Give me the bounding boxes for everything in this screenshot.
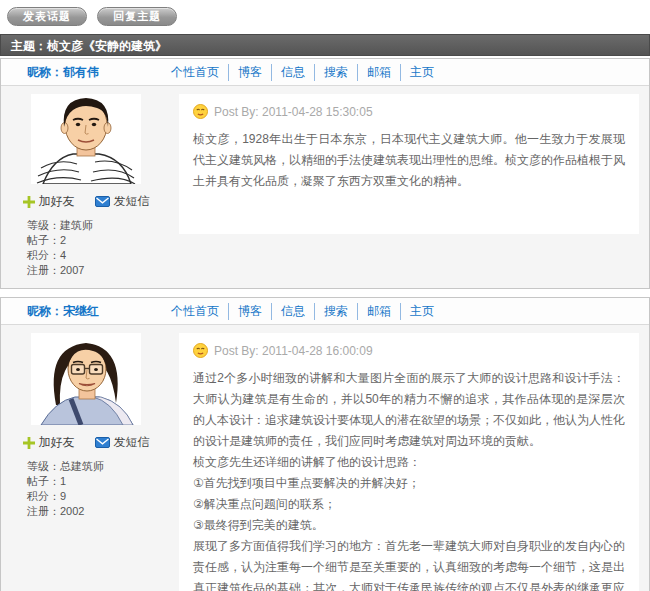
post-paragraph: 桢文彦先生还详细的讲解了他的设计思路： (193, 452, 625, 473)
post-time: Post By: 2011-04-28 16:00:09 (214, 344, 373, 358)
nav-link[interactable]: 搜索 (314, 303, 348, 320)
nickname: 昵称：宋继红 (1, 303, 171, 320)
reply-topic-button[interactable]: 回复主题 (97, 7, 177, 26)
post-paragraph: 桢文彦，1928年出生于日本东京，日本现代主义建筑大师。他一生致力于发展现代主义… (193, 129, 625, 192)
post-content-area: Post By: 2011-04-28 16:00:09 通过2个多小时细致的讲… (171, 325, 649, 591)
nav-link[interactable]: 个性首页 (171, 303, 219, 320)
send-message-link[interactable]: 发短信 (95, 434, 150, 451)
post-content-box: Post By: 2011-04-28 16:00:09 通过2个多小时细致的讲… (179, 333, 639, 591)
post-paragraph: ①首先找到项目中重点要解决的并解决好； (193, 473, 625, 494)
user-stats: 等级：建筑师帖子：2积分：4注册：2007 (1, 218, 171, 278)
post-content-box: Post By: 2011-04-28 15:30:05 桢文彦，1928年出生… (179, 94, 639, 234)
nav-link[interactable]: 主页 (400, 64, 434, 81)
post-meta: Post By: 2011-04-28 16:00:09 (193, 343, 625, 358)
stat-line: 注册：2002 (27, 504, 171, 519)
add-friend-link[interactable]: 加好友 (23, 434, 75, 451)
user-stats: 等级：总建筑师帖子：1积分：9注册：2002 (1, 459, 171, 519)
user-nav: 个性首页博客信息搜索邮箱主页 (171, 64, 434, 81)
avatar-woman-illustration (31, 333, 141, 425)
stat-line: 帖子：1 (27, 474, 171, 489)
post-header: 昵称：宋继红 个性首页博客信息搜索邮箱主页 (1, 298, 649, 325)
post-paragraph: 通过2个多小时细致的讲解和大量图片全面的展示了大师的设计思路和设计手法：大师认为… (193, 368, 625, 452)
send-message-link[interactable]: 发短信 (95, 193, 150, 210)
stat-line: 注册：2007 (27, 263, 171, 278)
nav-link[interactable]: 博客 (228, 64, 262, 81)
topic-title-bar: 主题：桢文彦《安静的建筑》 (0, 34, 650, 56)
stat-line: 等级：建筑师 (27, 218, 171, 233)
add-friend-label: 加好友 (39, 193, 75, 210)
stat-line: 帖子：2 (27, 233, 171, 248)
plus-icon (23, 196, 35, 208)
post-block-2: 昵称：宋继红 个性首页博客信息搜索邮箱主页 (0, 297, 650, 591)
user-nav: 个性首页博客信息搜索邮箱主页 (171, 303, 434, 320)
nav-link[interactable]: 邮箱 (357, 64, 391, 81)
nav-link[interactable]: 主页 (400, 303, 434, 320)
post-topic-button[interactable]: 发表话题 (7, 7, 87, 26)
post-text: 通过2个多小时细致的讲解和大量图片全面的展示了大师的设计思路和设计手法：大师认为… (193, 368, 625, 591)
user-panel: 加好友 发短信 等级：建筑师帖子：2积分：4注册：2007 (1, 86, 171, 288)
add-friend-label: 加好友 (39, 434, 75, 451)
post-meta: Post By: 2011-04-28 15:30:05 (193, 104, 625, 119)
send-message-label: 发短信 (114, 434, 150, 451)
mail-icon (95, 196, 110, 207)
mail-icon (95, 437, 110, 448)
post-body: 加好友 发短信 等级：总建筑师帖子：1积分：9注册：2002 Post By: … (1, 325, 649, 591)
post-time: Post By: 2011-04-28 15:30:05 (214, 105, 373, 119)
nickname: 昵称：郁有伟 (1, 64, 171, 81)
post-body: 加好友 发短信 等级：建筑师帖子：2积分：4注册：2007 Post By: 2… (1, 86, 649, 288)
user-actions: 加好友 发短信 (1, 193, 171, 210)
send-message-label: 发短信 (114, 193, 150, 210)
smiley-icon (193, 343, 208, 358)
nav-link[interactable]: 邮箱 (357, 303, 391, 320)
user-actions: 加好友 发短信 (1, 434, 171, 451)
add-friend-link[interactable]: 加好友 (23, 193, 75, 210)
post-paragraph: ③最终得到完美的建筑。 (193, 515, 625, 536)
avatar-man-illustration (31, 94, 141, 184)
post-content-area: Post By: 2011-04-28 15:30:05 桢文彦，1928年出生… (171, 86, 649, 244)
post-block-1: 昵称：郁有伟 个性首页博客信息搜索邮箱主页 (0, 58, 650, 289)
nav-link[interactable]: 博客 (228, 303, 262, 320)
stat-line: 积分：9 (27, 489, 171, 504)
smiley-icon (193, 104, 208, 119)
plus-icon (23, 437, 35, 449)
stat-line: 等级：总建筑师 (27, 459, 171, 474)
post-paragraph: ②解决重点问题间的联系； (193, 494, 625, 515)
post-text: 桢文彦，1928年出生于日本东京，日本现代主义建筑大师。他一生致力于发展现代主义… (193, 129, 625, 192)
stat-line: 积分：4 (27, 248, 171, 263)
nav-link[interactable]: 信息 (271, 64, 305, 81)
nav-link[interactable]: 搜索 (314, 64, 348, 81)
post-paragraph: 展现了多方面值得我们学习的地方：首先老一辈建筑大师对自身职业的发自内心的责任感，… (193, 536, 625, 591)
nav-link[interactable]: 信息 (271, 303, 305, 320)
nav-link[interactable]: 个性首页 (171, 64, 219, 81)
toolbar: 发表话题 回复主题 (0, 0, 650, 34)
post-header: 昵称：郁有伟 个性首页博客信息搜索邮箱主页 (1, 59, 649, 86)
user-panel: 加好友 发短信 等级：总建筑师帖子：1积分：9注册：2002 (1, 325, 171, 529)
avatar-image (1, 333, 171, 428)
avatar-image (1, 94, 171, 187)
